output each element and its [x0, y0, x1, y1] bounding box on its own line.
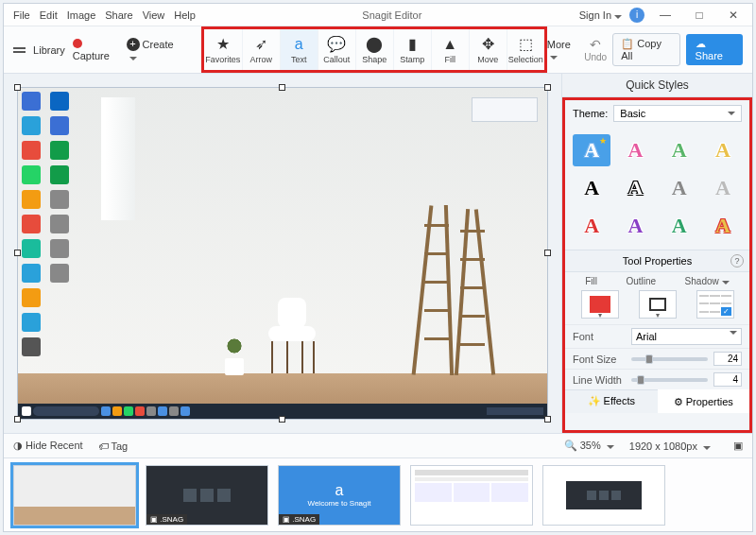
footer-bar: ◑ Hide Recent 🏷 Tag 🔍 35% 1920 x 1080px … [4, 433, 752, 457]
menu-edit[interactable]: Edit [40, 9, 58, 21]
tag-button[interactable]: 🏷 Tag [98, 440, 129, 452]
hide-recent-button[interactable]: ◑ Hide Recent [13, 440, 83, 452]
quick-style-10[interactable]: A [661, 210, 698, 242]
fontsize-label: Font Size [573, 354, 626, 365]
hamburger-icon[interactable] [13, 47, 26, 53]
quick-style-6[interactable]: A [661, 172, 698, 204]
tool-stamp[interactable]: ▮Stamp [393, 29, 431, 70]
right-panel: Quick Styles Theme: Basic A★AAAAAAAAAAA … [561, 74, 752, 433]
dimensions-control[interactable]: 1920 x 1080px [629, 440, 711, 452]
tool-text[interactable]: aText [280, 29, 318, 70]
fontsize-slider[interactable] [631, 357, 708, 361]
main-area: Quick Styles Theme: Basic A★AAAAAAAAAAA … [4, 74, 752, 433]
quick-style-4[interactable]: A [573, 172, 610, 204]
fit-icon[interactable]: ▣ [733, 440, 743, 452]
theme-label: Theme: [573, 108, 608, 119]
window-title: Snagit Editor [205, 9, 579, 21]
canvas[interactable] [17, 87, 548, 420]
tool-favorites[interactable]: ★Favorites [204, 29, 242, 70]
quick-style-11[interactable]: A [704, 210, 742, 242]
thumbnail-3[interactable] [410, 465, 533, 526]
signin-link[interactable]: Sign In [579, 9, 622, 21]
tool-properties-header: Tool Properties? [565, 250, 749, 272]
quick-style-3[interactable]: A [704, 134, 742, 166]
create-button[interactable]: + Create [127, 38, 180, 62]
tool-arrow[interactable]: ➶Arrow [242, 29, 280, 70]
quick-style-1[interactable]: A [616, 134, 654, 166]
tool-strip: ★Favorites➶ArrowaText💬Callout⬤Shape▮Stam… [201, 26, 547, 73]
shadow-label: Shadow [685, 276, 730, 286]
thumbnail-2[interactable]: aWelcome to Snagit▣ .SNAG [278, 465, 401, 526]
menu-share[interactable]: Share [105, 9, 132, 21]
quick-style-2[interactable]: A [661, 134, 698, 166]
share-button[interactable]: ☁ Share [686, 34, 743, 65]
styles-grid: A★AAAAAAAAAAA [565, 127, 749, 250]
copy-all-button[interactable]: 📋 Copy All [612, 33, 679, 66]
menu-bar: File Edit Image Share View Help [4, 9, 205, 21]
quick-style-0[interactable]: A★ [573, 134, 610, 166]
floating-widget [472, 97, 538, 122]
quick-style-5[interactable]: A [616, 172, 654, 204]
tool-shape[interactable]: ⬤Shape [355, 29, 393, 70]
fill-swatch[interactable]: ▾ [581, 290, 619, 319]
outline-swatch[interactable]: ▾ [639, 290, 677, 319]
theme-select[interactable]: Basic [613, 105, 742, 122]
properties-tab[interactable]: ⚙ Properties [658, 389, 750, 413]
menu-help[interactable]: Help [174, 9, 196, 21]
linewidth-label: Line Width [573, 374, 626, 386]
thumbnail-4[interactable] [542, 465, 665, 526]
outline-label: Outline [626, 276, 656, 286]
canvas-wrap [4, 74, 561, 433]
app-window: File Edit Image Share View Help Snagit E… [3, 3, 753, 532]
minimize-button[interactable]: — [652, 6, 679, 25]
main-toolbar: Library Capture + Create ★Favorites➶Arro… [4, 26, 752, 74]
capture-button[interactable]: Capture [73, 39, 119, 61]
linewidth-slider[interactable] [631, 378, 708, 382]
tool-fill[interactable]: ▲Fill [431, 29, 469, 70]
fontsize-value[interactable]: 24 [713, 352, 742, 366]
undo-button[interactable]: ↶Undo [584, 37, 607, 62]
tool-callout[interactable]: 💬Callout [318, 29, 355, 70]
linewidth-value[interactable]: 4 [713, 372, 742, 387]
menu-image[interactable]: Image [67, 9, 96, 21]
thumbnail-0[interactable] [13, 465, 136, 526]
thumbnail-1[interactable]: ▣ .SNAG [146, 465, 268, 526]
help-icon[interactable]: ? [730, 254, 744, 268]
quick-styles-header: Quick Styles [562, 74, 752, 97]
screenshot-content [18, 88, 547, 419]
menu-view[interactable]: View [143, 9, 165, 21]
effects-tab[interactable]: ✨ Effects [565, 390, 658, 413]
quick-style-9[interactable]: A [616, 210, 654, 242]
font-select[interactable]: Arial [631, 328, 742, 345]
more-button[interactable]: More [547, 39, 579, 61]
quick-style-7[interactable]: A [704, 172, 742, 204]
maximize-button[interactable]: □ [686, 6, 713, 25]
titlebar: File Edit Image Share View Help Snagit E… [4, 4, 752, 26]
library-button[interactable]: Library [33, 44, 65, 56]
thumbnail-tray: ▣ .SNAGaWelcome to Snagit▣ .SNAG [4, 457, 752, 531]
quick-style-8[interactable]: A [573, 210, 610, 242]
close-button[interactable]: ✕ [720, 6, 747, 25]
account-icon[interactable]: i [629, 8, 644, 23]
shadow-swatch[interactable]: ✓ [696, 290, 734, 319]
tool-move[interactable]: ✥Move [469, 29, 507, 70]
fill-label: Fill [585, 276, 597, 286]
menu-file[interactable]: File [13, 9, 30, 21]
font-label: Font [573, 331, 626, 342]
tool-selection[interactable]: ⬚Selection [507, 29, 544, 70]
zoom-control[interactable]: 🔍 35% [564, 440, 614, 452]
